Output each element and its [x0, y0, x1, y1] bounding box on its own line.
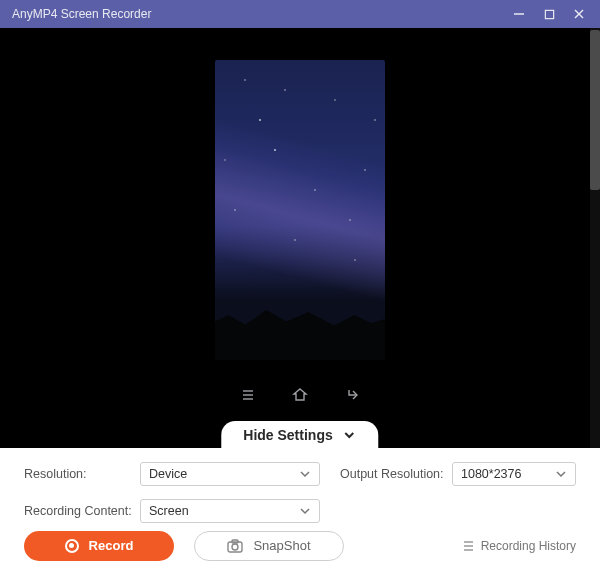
hide-settings-label: Hide Settings: [243, 427, 332, 443]
snapshot-button[interactable]: SnapShot: [194, 531, 344, 561]
back-icon[interactable]: [343, 386, 361, 404]
resolution-value: Device: [149, 467, 187, 481]
chevron-down-icon: [299, 468, 311, 480]
resolution-select[interactable]: Device: [140, 462, 320, 486]
device-nav-bar: [239, 386, 361, 404]
list-icon: [461, 539, 475, 553]
wallpaper-image: [215, 60, 385, 360]
device-preview: [215, 60, 385, 360]
chevron-down-icon: [299, 505, 311, 517]
recording-history-link[interactable]: Recording History: [461, 539, 576, 553]
hide-settings-toggle[interactable]: Hide Settings: [221, 421, 378, 448]
scrollbar-thumb[interactable]: [590, 30, 600, 190]
scrollbar[interactable]: [590, 28, 600, 448]
resolution-label: Resolution:: [24, 467, 134, 481]
menu-icon[interactable]: [239, 386, 257, 404]
titlebar[interactable]: AnyMP4 Screen Recorder: [0, 0, 600, 28]
settings-panel: Resolution: Device Output Resolution: 10…: [0, 448, 600, 524]
snapshot-label: SnapShot: [253, 538, 310, 553]
recording-content-label: Recording Content:: [24, 504, 134, 518]
chevron-down-icon: [555, 468, 567, 480]
svg-rect-1: [545, 10, 553, 18]
recording-history-label: Recording History: [481, 539, 576, 553]
output-resolution-label: Output Resolution:: [326, 467, 446, 481]
preview-area: Hide Settings: [0, 28, 600, 448]
maximize-button[interactable]: [534, 0, 564, 28]
footer: Record SnapShot Recording History: [0, 524, 600, 567]
recording-content-value: Screen: [149, 504, 189, 518]
app-title: AnyMP4 Screen Recorder: [12, 7, 504, 21]
record-icon: [65, 539, 79, 553]
record-button[interactable]: Record: [24, 531, 174, 561]
recording-content-select[interactable]: Screen: [140, 499, 320, 523]
minimize-button[interactable]: [504, 0, 534, 28]
svg-point-9: [232, 544, 238, 550]
output-resolution-value: 1080*2376: [461, 467, 521, 481]
home-icon[interactable]: [291, 386, 309, 404]
camera-icon: [227, 539, 243, 553]
chevron-down-icon: [343, 428, 357, 442]
output-resolution-select[interactable]: 1080*2376: [452, 462, 576, 486]
close-button[interactable]: [564, 0, 594, 28]
svg-marker-7: [294, 389, 306, 400]
record-label: Record: [89, 538, 134, 553]
